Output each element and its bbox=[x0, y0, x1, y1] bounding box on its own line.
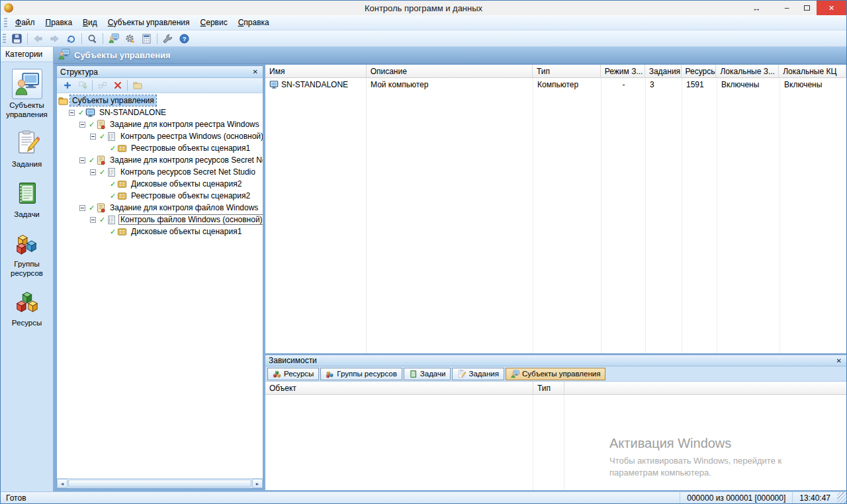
task-icon bbox=[107, 132, 116, 142]
menu-item-file[interactable]: Файл bbox=[10, 16, 40, 29]
minimize-button[interactable]: – bbox=[777, 1, 797, 15]
wrench-button[interactable] bbox=[160, 31, 175, 46]
resize-grip[interactable] bbox=[837, 492, 846, 503]
back-icon bbox=[33, 34, 43, 44]
back-button[interactable] bbox=[30, 31, 46, 46]
refresh-button[interactable] bbox=[64, 31, 79, 46]
expand-toggle-icon[interactable] bbox=[69, 110, 75, 116]
structure-panel-header: Структура ✕ bbox=[57, 66, 263, 78]
scroll-left-icon[interactable]: ◄ bbox=[57, 479, 67, 488]
table-row[interactable]: SN-STANDALONEМой компьютерКомпьютер-3159… bbox=[265, 78, 846, 91]
category-item-subjects[interactable]: Субъекты управления bbox=[1, 69, 53, 119]
add-button[interactable] bbox=[60, 79, 74, 92]
column-header[interactable]: Тип bbox=[533, 65, 601, 77]
category-item-resource-groups[interactable]: Группы ресурсов bbox=[1, 228, 53, 278]
column-header[interactable]: Задания bbox=[645, 65, 682, 77]
tree-item-label: Дисковые объекты сценария2 bbox=[129, 179, 244, 189]
tree-item[interactable]: ✓Задание для контроля файлов Windows bbox=[57, 202, 263, 214]
table-cell: - bbox=[602, 80, 646, 89]
tree-item[interactable]: Субъекты управления bbox=[57, 95, 263, 106]
menu-item-subjects[interactable]: Субъекты управления bbox=[103, 16, 195, 29]
fullscreen-toggle-button[interactable]: ↔ bbox=[745, 1, 768, 15]
help-button[interactable]: ? bbox=[177, 31, 192, 46]
column-header[interactable]: Тип bbox=[533, 382, 564, 394]
column-header[interactable]: Имя bbox=[265, 65, 367, 77]
delete-icon bbox=[113, 81, 122, 90]
view-title: Субъекты управления bbox=[74, 50, 171, 60]
structure-close-icon[interactable]: ✕ bbox=[251, 68, 259, 75]
expand-toggle-icon[interactable] bbox=[79, 205, 85, 211]
delete-button[interactable] bbox=[111, 79, 124, 92]
checkmark-icon: ✓ bbox=[87, 204, 96, 212]
tree-item-label: Реестровые объекты сценария2 bbox=[129, 190, 252, 201]
column-header-filler bbox=[564, 382, 846, 394]
search-button[interactable] bbox=[85, 31, 100, 46]
category-item-tasks[interactable]: Задачи bbox=[1, 178, 53, 220]
grid-column bbox=[533, 395, 564, 490]
table-cell: 1591 bbox=[682, 80, 717, 89]
column-header[interactable]: Ресурсы bbox=[682, 65, 717, 77]
category-item-resources[interactable]: Ресурсы bbox=[1, 286, 53, 328]
expand-toggle-icon[interactable] bbox=[90, 169, 96, 175]
tree-item[interactable]: ✓Контроль ресурсов Secret Net Studio bbox=[57, 166, 263, 178]
column-header[interactable]: Локальные КЦ bbox=[779, 65, 846, 77]
scroll-right-icon[interactable]: ► bbox=[252, 479, 263, 488]
subjects-button[interactable] bbox=[106, 31, 121, 46]
menu-item-service[interactable]: Сервис bbox=[195, 16, 233, 29]
expand-toggle-icon[interactable] bbox=[79, 157, 85, 163]
subjects-table-rows: SN-STANDALONEМой компьютерКомпьютер-3159… bbox=[265, 78, 846, 353]
subjects-icon bbox=[511, 370, 519, 378]
column-header[interactable]: Режим З... bbox=[601, 65, 645, 77]
expand-toggle-icon[interactable] bbox=[79, 122, 85, 128]
menu-item-help[interactable]: Справка bbox=[233, 16, 275, 29]
add-child-button[interactable] bbox=[75, 79, 89, 92]
column-header[interactable]: Описание bbox=[367, 65, 533, 77]
link-button[interactable] bbox=[95, 79, 109, 92]
expand-toggle-icon[interactable] bbox=[90, 134, 96, 140]
categories-header: Категории bbox=[1, 47, 53, 62]
table-cell: Включены bbox=[780, 80, 846, 89]
svg-text:?: ? bbox=[183, 36, 187, 42]
dependencies-tab-resource-groups[interactable]: Группы ресурсов bbox=[320, 368, 402, 380]
tree-item[interactable]: ✓Реестровые объекты сценария1 bbox=[57, 142, 263, 154]
dependencies-tab-tasks[interactable]: Задачи bbox=[404, 368, 451, 380]
menu-item-edit[interactable]: Правка bbox=[40, 16, 78, 29]
category-item-jobs[interactable]: Задания bbox=[1, 128, 53, 169]
close-button[interactable]: ✕ bbox=[817, 1, 846, 15]
svg-text:★: ★ bbox=[131, 39, 135, 44]
grid-column-filler bbox=[564, 395, 846, 490]
expand-toggle-icon[interactable] bbox=[90, 217, 96, 223]
tree-item[interactable]: ✓SN-STANDALONE bbox=[57, 106, 263, 118]
tree-item[interactable]: ✓Задание для контроля реестра Windows bbox=[57, 118, 263, 130]
forward-icon bbox=[50, 34, 60, 44]
structure-hscrollbar[interactable]: ◄ ► bbox=[57, 478, 263, 488]
window-title: Контроль программ и данных bbox=[1, 3, 846, 13]
forward-button[interactable] bbox=[47, 31, 62, 46]
gear-button[interactable]: ★ bbox=[122, 31, 138, 46]
tree-item[interactable]: ✓Задание для контроля ресурсов Secret Ne… bbox=[57, 154, 263, 166]
menu-grip[interactable] bbox=[4, 18, 7, 28]
dependencies-close-icon[interactable]: ✕ bbox=[835, 357, 843, 364]
column-header[interactable]: Объект bbox=[265, 382, 533, 394]
tree-item[interactable]: ✓Дисковые объекты сценария2 bbox=[57, 178, 263, 190]
checkmark-icon: ✓ bbox=[98, 132, 107, 141]
tree-item[interactable]: ✓Реестровые объекты сценария2 bbox=[57, 190, 263, 202]
menu-item-view[interactable]: Вид bbox=[77, 16, 103, 29]
dependencies-tab-jobs[interactable]: Задания bbox=[452, 368, 504, 380]
column-header[interactable]: Локальные З... bbox=[716, 65, 779, 77]
cell-text: - bbox=[623, 80, 625, 89]
dependencies-tab-subjects[interactable]: Субъекты управления bbox=[506, 368, 606, 380]
resources-icon bbox=[273, 370, 281, 378]
tree-item[interactable]: ✓Контроль реестра Windows (основной) bbox=[57, 130, 263, 142]
save-button[interactable] bbox=[9, 31, 24, 46]
tree-item[interactable]: ✓Дисковые объекты сценария1 bbox=[57, 226, 263, 237]
scrollbar-thumb[interactable] bbox=[68, 480, 251, 487]
folder-button[interactable] bbox=[130, 79, 144, 92]
computer-icon bbox=[269, 80, 279, 89]
calculator-button[interactable] bbox=[139, 31, 154, 46]
maximize-button[interactable] bbox=[797, 1, 817, 15]
dependencies-tab-resources[interactable]: Ресурсы bbox=[267, 368, 319, 380]
cell-text: Мой компьютер bbox=[371, 80, 428, 89]
tree-item[interactable]: ✓Контроль файлов Windows (основной) bbox=[57, 214, 263, 226]
toolbar-grip[interactable] bbox=[3, 34, 6, 44]
